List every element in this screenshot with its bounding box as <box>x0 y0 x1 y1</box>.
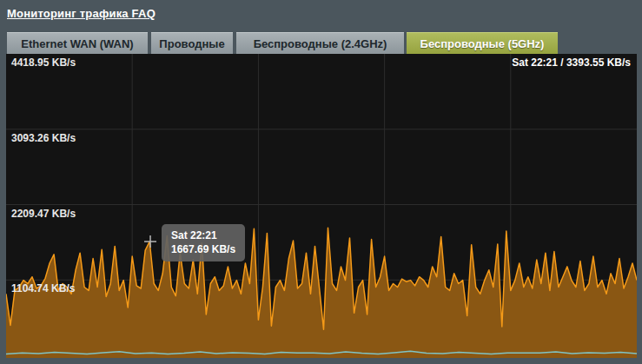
traffic-plot-svg[interactable] <box>6 54 637 358</box>
y-axis-label: 4418.95 KB/s <box>11 56 76 69</box>
y-axis-label: 2209.47 KB/s <box>11 208 76 220</box>
chart-tooltip: Sat 22:21 1667.69 KB/s <box>162 224 245 261</box>
y-axis-label: 1104.74 KB/s <box>11 282 75 295</box>
traffic-monitor-page: { "page": { "title_link": "Мониторинг тр… <box>0 0 642 364</box>
y-axis-label: 3093.26 KB/s <box>11 132 76 144</box>
traffic-monitor-faq-link[interactable]: Мониторинг трафика FAQ <box>7 7 156 20</box>
tab-ethernet-wan[interactable]: Ethernet WAN (WAN) <box>7 32 148 54</box>
traffic-chart[interactable]: 4418.95 KB/s 3093.26 KB/s 2209.47 KB/s 1… <box>6 54 637 358</box>
tab-wired[interactable]: Проводные <box>151 32 233 54</box>
traffic-area-5ghz <box>6 228 637 358</box>
tab-bar: Ethernet WAN (WAN) Проводные Беспроводны… <box>7 32 558 54</box>
current-value-label: Sat 22:21 / 3393.55 KB/s <box>512 56 631 69</box>
tooltip-time: Sat 22:21 <box>171 228 235 242</box>
tab-wireless-5ghz[interactable]: Беспроводные (5GHz) <box>407 32 558 54</box>
tab-wireless-2-4ghz[interactable]: Беспроводные (2.4GHz) <box>236 32 404 54</box>
tooltip-value: 1667.69 KB/s <box>171 242 235 256</box>
